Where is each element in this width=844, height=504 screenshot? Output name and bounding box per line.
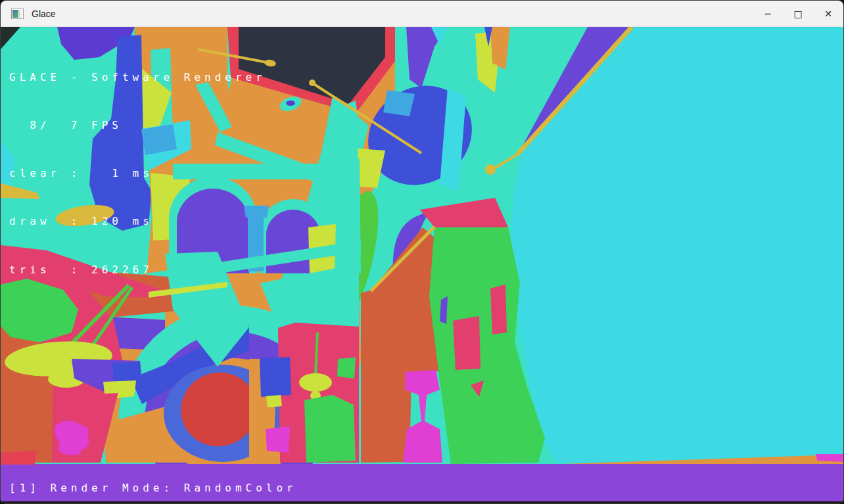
- hud-tris: tris : 262267: [9, 262, 266, 278]
- hud-draw-ms: draw : 120 ms: [9, 214, 266, 229]
- window-title: Glace: [32, 9, 56, 19]
- maximize-button[interactable]: □: [783, 1, 813, 26]
- hud-clear-ms: clear : 1 ms: [9, 166, 266, 181]
- close-button[interactable]: ✕: [813, 1, 843, 26]
- hud-fps: 8/ 7 FPS: [9, 118, 266, 133]
- app-window: Glace ─ □ ✕: [0, 0, 844, 504]
- help-render-mode: [1] Render Mode: RandomColor: [9, 480, 297, 496]
- stats-hud: GLACE - Software Renderer 8/ 7 FPS clear…: [9, 37, 266, 310]
- title-bar[interactable]: Glace ─ □ ✕: [1, 1, 843, 27]
- app-icon: [11, 9, 24, 19]
- hud-title: GLACE - Software Renderer: [9, 70, 266, 85]
- minimize-button[interactable]: ─: [753, 1, 783, 26]
- help-hud: [1] Render Mode: RandomColor [2] Wirefra…: [9, 448, 297, 504]
